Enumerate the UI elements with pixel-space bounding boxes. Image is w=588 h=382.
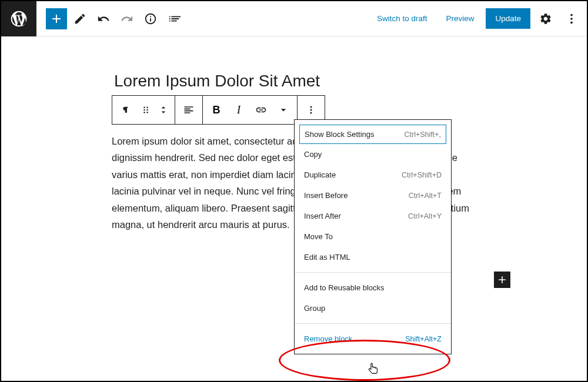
more-options-button[interactable] <box>561 8 582 29</box>
link-icon <box>255 104 267 116</box>
block-type-button[interactable] <box>115 98 137 122</box>
menu-add-reusable[interactable]: Add to Reusable blocks <box>295 277 451 298</box>
svg-point-0 <box>570 14 573 16</box>
gear-icon <box>539 12 552 25</box>
menu-item-shortcut: Ctrl+Shift+, <box>404 130 441 139</box>
chevron-updown-icon <box>158 104 169 116</box>
pencil-icon <box>74 12 86 25</box>
menu-item-label: Group <box>304 304 325 313</box>
link-button[interactable] <box>250 98 272 122</box>
svg-point-7 <box>143 112 145 113</box>
block-toolbar: B I <box>112 95 325 125</box>
settings-button[interactable] <box>535 8 556 29</box>
preview-link[interactable]: Preview <box>439 9 481 28</box>
menu-item-label: Insert After <box>304 212 341 220</box>
info-button[interactable] <box>140 8 161 29</box>
paragraph-icon <box>120 104 132 116</box>
undo-icon <box>97 12 110 25</box>
menu-item-label: Duplicate <box>304 170 336 179</box>
svg-point-11 <box>310 112 312 114</box>
wordpress-logo[interactable] <box>1 1 36 36</box>
menu-copy[interactable]: Copy <box>295 144 451 165</box>
undo-button[interactable] <box>93 8 114 29</box>
plus-icon <box>49 12 64 26</box>
svg-point-10 <box>310 109 312 111</box>
menu-group[interactable]: Group <box>295 298 451 319</box>
svg-point-4 <box>146 107 148 109</box>
menu-move-to[interactable]: Move To <box>295 226 451 247</box>
menu-item-shortcut: Ctrl+Alt+Y <box>408 212 442 220</box>
bold-button[interactable]: B <box>205 98 228 122</box>
align-left-icon <box>183 104 195 116</box>
menu-item-label: Insert Before <box>304 191 348 200</box>
menu-item-label: Show Block Settings <box>305 130 375 139</box>
block-options-menu: Show Block Settings Ctrl+Shift+, Copy Du… <box>294 119 452 354</box>
svg-point-3 <box>143 107 145 109</box>
ellipsis-vertical-icon <box>305 104 317 116</box>
svg-point-1 <box>570 18 573 20</box>
svg-point-5 <box>143 109 145 111</box>
chevron-down-icon <box>278 104 289 116</box>
align-button[interactable] <box>178 98 200 122</box>
outline-button[interactable] <box>163 8 185 29</box>
drag-icon <box>140 104 152 116</box>
plus-icon <box>496 274 508 286</box>
svg-point-2 <box>570 21 573 24</box>
drag-handle[interactable] <box>137 98 155 122</box>
edit-mode-button[interactable] <box>69 8 91 29</box>
add-block-button[interactable] <box>46 8 67 29</box>
svg-point-8 <box>146 112 148 113</box>
menu-duplicate[interactable]: Duplicate Ctrl+Shift+D <box>295 165 451 185</box>
menu-show-block-settings[interactable]: Show Block Settings Ctrl+Shift+, <box>299 125 446 144</box>
switch-to-draft-link[interactable]: Switch to draft <box>370 9 435 28</box>
top-left-tools <box>36 8 185 29</box>
menu-insert-before[interactable]: Insert Before Ctrl+Alt+T <box>295 185 451 206</box>
menu-item-shortcut: Ctrl+Alt+T <box>409 192 442 200</box>
wordpress-icon <box>9 9 28 28</box>
svg-point-6 <box>146 109 148 111</box>
cursor-pointer-icon <box>367 362 380 380</box>
list-icon <box>168 12 181 25</box>
menu-item-label: Remove block <box>304 334 352 343</box>
menu-item-label: Edit as HTML <box>304 253 350 262</box>
menu-edit-html[interactable]: Edit as HTML <box>295 247 451 267</box>
menu-item-label: Add to Reusable blocks <box>304 283 385 292</box>
menu-item-shortcut: Shift+Alt+Z <box>405 335 442 343</box>
top-right-tools: Switch to draft Preview Update <box>370 8 587 29</box>
svg-point-9 <box>310 106 312 108</box>
move-updown-button[interactable] <box>155 98 172 122</box>
update-button[interactable]: Update <box>486 8 530 29</box>
menu-remove-block[interactable]: Remove block Shift+Alt+Z <box>295 329 451 349</box>
italic-button[interactable]: I <box>228 98 250 122</box>
menu-item-shortcut: Ctrl+Shift+D <box>402 171 442 179</box>
menu-item-label: Move To <box>304 232 333 241</box>
add-block-inline-button[interactable] <box>494 272 510 288</box>
menu-item-label: Copy <box>304 150 322 159</box>
menu-insert-after[interactable]: Insert After Ctrl+Alt+Y <box>295 206 451 226</box>
ellipsis-vertical-icon <box>565 12 578 25</box>
more-formatting-button[interactable] <box>272 98 295 122</box>
post-title[interactable]: Lorem Ipsum Dolor Sit Amet <box>112 72 476 91</box>
redo-icon <box>121 12 133 25</box>
info-icon <box>144 12 157 25</box>
redo-button[interactable] <box>116 8 138 29</box>
top-toolbar: Switch to draft Preview Update <box>1 1 587 36</box>
block-options-button[interactable] <box>300 98 322 122</box>
